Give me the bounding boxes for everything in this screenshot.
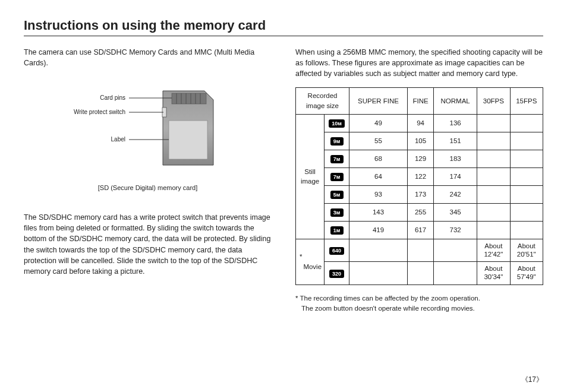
size-badge: 320 — [329, 270, 344, 278]
sd-card-svg: Card pins Write protect switch Label — [59, 85, 237, 174]
capacity-cell: 94 — [407, 114, 433, 132]
write-protect-text: The SD/SDHC memory card has a write prot… — [24, 212, 272, 277]
table-row: 9м55105151 — [296, 132, 543, 150]
empty-cell — [510, 221, 543, 239]
empty-cell — [510, 132, 543, 150]
size-badge-cell: 640 — [325, 239, 349, 262]
table-row: 1м419617732 — [296, 221, 543, 239]
th-normal: NORMAL — [434, 88, 477, 114]
capacity-cell: 68 — [349, 150, 408, 167]
capacity-cell: 255 — [407, 203, 433, 221]
page-number: 《17》 — [521, 375, 543, 385]
intro-text-left: The camera can use SD/SDHC Memory Cards … — [24, 47, 272, 68]
table-row: * Movie640About12'42"About20'51" — [296, 239, 543, 262]
table-row: 320About30'34"About57'49" — [296, 262, 543, 285]
capacity-cell: 122 — [407, 167, 433, 185]
group-movie: * Movie — [296, 239, 325, 284]
left-column: The camera can use SD/SDHC Memory Cards … — [24, 47, 272, 313]
empty-cell — [477, 221, 510, 239]
content-columns: The camera can use SD/SDHC Memory Cards … — [24, 47, 543, 313]
empty-cell — [510, 167, 543, 185]
capacity-cell: 173 — [407, 185, 433, 203]
th-size: Recorded image size — [296, 88, 349, 114]
table-row: 7м64122174 — [296, 167, 543, 185]
group-still: Still image — [296, 114, 325, 239]
right-column: When using a 256MB MMC memory, the speci… — [295, 47, 543, 313]
size-badge-cell: 7м — [325, 150, 349, 167]
size-badge: 1м — [330, 226, 344, 235]
capacity-cell: 129 — [407, 150, 433, 167]
size-badge: 5м — [330, 191, 344, 199]
capacity-cell: 732 — [434, 221, 477, 239]
footnote-line1: * The recording times can be affected by… — [295, 295, 480, 302]
diagram-label-pins: Card pins — [100, 94, 125, 101]
empty-cell — [477, 203, 510, 221]
capacity-cell: 419 — [349, 221, 408, 239]
th-superfine: SUPER FINE — [349, 88, 408, 114]
capacity-cell: 242 — [434, 185, 477, 203]
capacity-cell: 49 — [349, 114, 408, 132]
diagram-caption: [SD (Secure Digital) memory card] — [24, 184, 272, 193]
diagram-label-switch: Write protect switch — [73, 109, 125, 115]
empty-cell — [407, 262, 433, 285]
size-badge-cell: 7м — [325, 167, 349, 185]
svg-rect-8 — [169, 121, 207, 159]
empty-cell — [434, 262, 477, 285]
capacity-cell: 174 — [434, 167, 477, 185]
size-badge-cell: 10м — [325, 114, 349, 132]
capacity-table: Recorded image size SUPER FINE FINE NORM… — [295, 87, 543, 285]
empty-cell — [477, 114, 510, 132]
sd-card-diagram: Card pins Write protect switch Label — [24, 85, 272, 174]
empty-cell — [434, 239, 477, 262]
intro-text-right: When using a 256MB MMC memory, the speci… — [295, 47, 543, 79]
size-badge-cell: 1м — [325, 221, 349, 239]
empty-cell — [510, 114, 543, 132]
empty-cell — [510, 185, 543, 203]
size-badge-cell: 320 — [325, 262, 349, 285]
empty-cell — [477, 167, 510, 185]
capacity-cell: 136 — [434, 114, 477, 132]
empty-cell — [477, 150, 510, 167]
th-15fps: 15FPS — [510, 88, 543, 114]
capacity-cell: About20'51" — [510, 239, 543, 262]
capacity-cell: 183 — [434, 150, 477, 167]
svg-rect-0 — [172, 93, 206, 104]
capacity-cell: 93 — [349, 185, 408, 203]
footnote-line2: The zoom button doesn't operate while re… — [295, 304, 543, 314]
empty-cell — [349, 262, 408, 285]
size-badge: 10м — [329, 119, 345, 128]
empty-cell — [510, 203, 543, 221]
th-30fps: 30FPS — [477, 88, 510, 114]
empty-cell — [477, 185, 510, 203]
capacity-cell: 617 — [407, 221, 433, 239]
empty-cell — [510, 150, 543, 167]
empty-cell — [477, 132, 510, 150]
size-badge-cell: 9м — [325, 132, 349, 150]
table-row: 7м68129183 — [296, 150, 543, 167]
capacity-cell: 105 — [407, 132, 433, 150]
size-badge: 9м — [330, 137, 344, 146]
capacity-cell: About30'34" — [477, 262, 510, 285]
capacity-cell: 143 — [349, 203, 408, 221]
empty-cell — [407, 239, 433, 262]
size-badge: 7м — [330, 173, 344, 181]
capacity-cell: 55 — [349, 132, 408, 150]
size-badge: 7м — [330, 155, 344, 163]
capacity-cell: About57'49" — [510, 262, 543, 285]
size-badge: 3м — [330, 208, 344, 217]
empty-cell — [349, 239, 408, 262]
size-badge-cell: 3м — [325, 203, 349, 221]
page-title: Instructions on using the memory card — [24, 18, 543, 36]
capacity-cell: 151 — [434, 132, 477, 150]
capacity-cell: 345 — [434, 203, 477, 221]
size-badge-cell: 5м — [325, 185, 349, 203]
diagram-label-label: Label — [111, 136, 125, 143]
table-row: Still image10м4994136 — [296, 114, 543, 132]
capacity-cell: About12'42" — [477, 239, 510, 262]
capacity-cell: 64 — [349, 167, 408, 185]
th-fine: FINE — [407, 88, 433, 114]
table-row: 3м143255345 — [296, 203, 543, 221]
table-row: 5м93173242 — [296, 185, 543, 203]
size-badge: 640 — [329, 247, 344, 255]
footnote: * The recording times can be affected by… — [295, 293, 543, 313]
